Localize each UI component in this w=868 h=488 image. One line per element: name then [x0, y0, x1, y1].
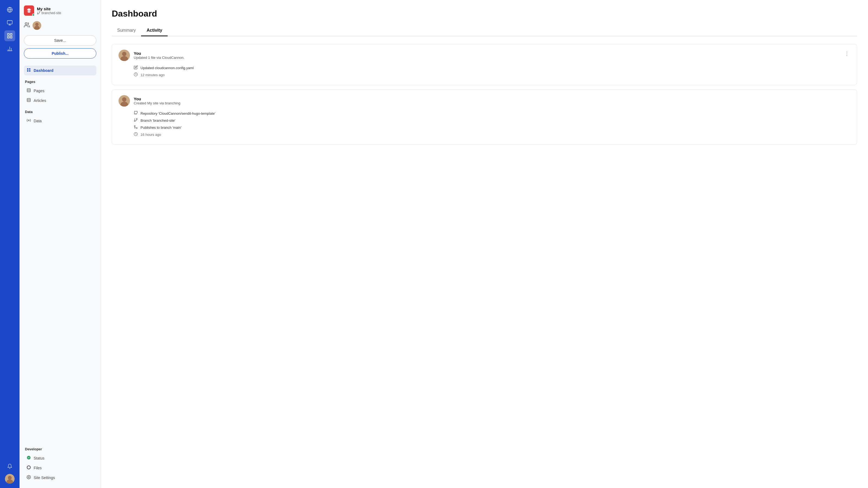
grid-icon[interactable] — [4, 30, 15, 41]
svg-point-19 — [25, 23, 27, 24]
nav-articles-label: Articles — [34, 98, 46, 103]
card-avatar-2 — [119, 95, 130, 106]
pages-icon — [27, 88, 31, 94]
site-name: My site — [37, 6, 61, 11]
card-user-name-2: You — [134, 97, 180, 101]
card-detail-publish: Publishes to branch 'main' — [134, 125, 850, 130]
card-details-1: Updated cloudcannon.config.yaml 12 minut… — [119, 65, 850, 77]
svg-rect-5 — [8, 34, 9, 35]
sidebar: My site branched-site Save... Pu — [20, 0, 101, 488]
card-detail-time-2: 16 hours ago — [134, 132, 850, 137]
user-avatar-rail[interactable] — [5, 474, 14, 484]
github-icon — [134, 111, 138, 116]
data-icon — [27, 118, 31, 124]
svg-point-38 — [122, 52, 126, 56]
chart-icon[interactable] — [4, 43, 15, 54]
developer-section-label: Developer — [24, 447, 96, 451]
card-time-1: 12 minutes ago — [141, 73, 165, 77]
cloud-icon[interactable] — [4, 4, 15, 15]
site-logo — [24, 5, 34, 16]
pages-section-label: Pages — [24, 80, 96, 84]
nav-pages-section: Pages Pages Articles — [24, 80, 96, 105]
tabs: Summary Activity — [112, 25, 857, 36]
nav-item-dashboard[interactable]: Dashboard — [24, 66, 96, 75]
svg-rect-26 — [29, 70, 30, 72]
card-user-action-1: Updated 1 file via CloudCannon. — [134, 56, 184, 60]
nav-item-status[interactable]: Status — [24, 453, 96, 463]
card-publish-text: Publishes to branch 'main' — [141, 126, 182, 130]
site-header: My site branched-site — [24, 5, 96, 16]
bell-icon[interactable] — [4, 461, 15, 472]
card-menu-button-1[interactable]: ⋮ — [843, 50, 850, 58]
monitor-icon[interactable] — [4, 18, 15, 28]
publish-button[interactable]: Publish... — [24, 48, 96, 59]
nav-item-articles[interactable]: Articles — [24, 96, 96, 105]
branch-icon — [134, 118, 138, 123]
site-branch: branched-site — [37, 11, 61, 15]
svg-rect-25 — [27, 70, 29, 72]
card-avatar-1 — [119, 50, 130, 61]
activity-card-2: You Created My site via branching Reposi… — [112, 90, 857, 145]
tab-activity[interactable]: Activity — [141, 25, 167, 36]
svg-rect-8 — [8, 36, 9, 38]
svg-rect-27 — [27, 89, 30, 92]
data-section-label: Data — [24, 110, 96, 114]
main-content: Dashboard Summary Activity You Updated 1… — [101, 0, 868, 488]
nav-item-site-settings[interactable]: Site Settings — [24, 473, 96, 483]
card-user-action-2: Created My site via branching — [134, 101, 180, 105]
icon-rail — [0, 0, 20, 488]
card-repo-text: Repository 'CloudCannon/sendit-hugo-temp… — [141, 111, 215, 116]
nav-dashboard-section: Dashboard — [24, 66, 96, 75]
svg-rect-30 — [27, 98, 30, 102]
nav-dashboard-label: Dashboard — [34, 68, 54, 73]
nav-data-label: Data — [34, 119, 42, 123]
page-title: Dashboard — [112, 9, 857, 19]
card-detail-repo: Repository 'CloudCannon/sendit-hugo-temp… — [134, 111, 850, 116]
svg-point-21 — [35, 23, 38, 26]
clock-icon-2 — [134, 132, 138, 137]
svg-point-14 — [8, 476, 12, 480]
merge-icon — [134, 125, 138, 130]
card-header-2: You Created My site via branching — [119, 95, 850, 106]
status-dot — [32, 13, 35, 16]
nav-item-pages[interactable]: Pages — [24, 86, 96, 96]
svg-point-17 — [39, 12, 40, 12]
save-button[interactable]: Save... — [24, 35, 96, 45]
card-user-name-1: You — [134, 51, 184, 56]
card-user-1: You Updated 1 file via CloudCannon. — [119, 50, 184, 61]
pencil-icon — [134, 65, 138, 70]
card-detail-time-1: 12 minutes ago — [134, 72, 850, 77]
card-branch-text: Branch 'branched-site' — [141, 119, 176, 123]
nav-developer-section: Developer Status Files Site Settings — [24, 447, 96, 483]
nav-data-section: Data Data — [24, 110, 96, 126]
card-time-2: 16 hours ago — [141, 133, 161, 137]
nav-files-label: Files — [34, 466, 42, 470]
card-detail-file-1: Updated cloudcannon.config.yaml — [134, 65, 850, 70]
nav-status-label: Status — [34, 456, 44, 460]
nav-item-data[interactable]: Data — [24, 116, 96, 126]
files-icon — [27, 465, 31, 470]
svg-rect-23 — [27, 68, 29, 70]
svg-rect-6 — [10, 34, 12, 35]
card-user-info-2: You Created My site via branching — [134, 97, 180, 105]
card-user-info-1: You Updated 1 file via CloudCannon. — [134, 51, 184, 60]
card-detail-branch: Branch 'branched-site' — [134, 118, 850, 123]
user-avatar-sidebar[interactable] — [33, 21, 41, 30]
nav-site-settings-label: Site Settings — [34, 476, 55, 480]
svg-rect-7 — [10, 36, 12, 38]
card-details-2: Repository 'CloudCannon/sendit-hugo-temp… — [119, 111, 850, 137]
svg-point-35 — [27, 465, 30, 469]
activity-card-1: You Updated 1 file via CloudCannon. ⋮ Up… — [112, 44, 857, 85]
svg-point-18 — [37, 13, 38, 14]
card-file-name-1: Updated cloudcannon.config.yaml — [141, 66, 194, 70]
svg-point-36 — [28, 477, 29, 478]
site-info: My site branched-site — [37, 6, 61, 15]
site-settings-icon — [27, 475, 31, 480]
card-header-1: You Updated 1 file via CloudCannon. ⋮ — [119, 50, 850, 61]
svg-point-42 — [122, 97, 126, 102]
nav-item-files[interactable]: Files — [24, 463, 96, 473]
tab-summary[interactable]: Summary — [112, 25, 141, 36]
clock-icon-1 — [134, 72, 138, 77]
svg-rect-2 — [7, 21, 12, 24]
dashboard-icon — [27, 68, 31, 73]
